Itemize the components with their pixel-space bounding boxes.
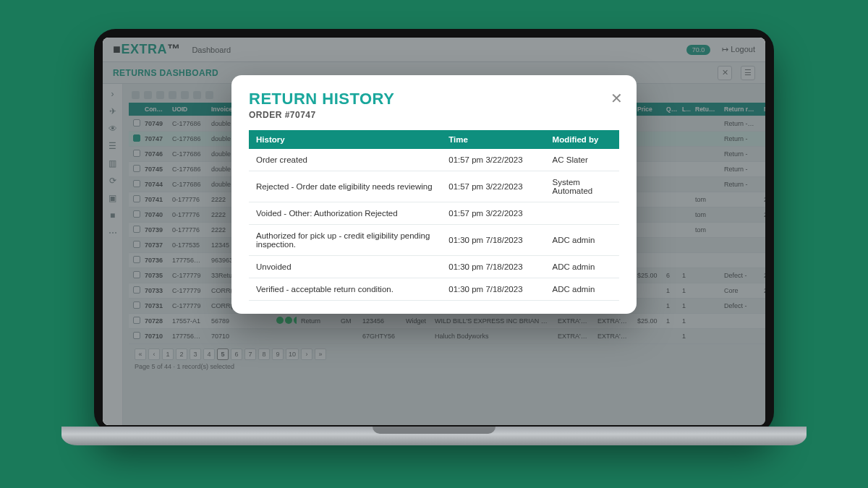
laptop-base	[61, 427, 807, 445]
hist-cell-modified-by: System Automated	[545, 171, 619, 202]
hist-cell-event: Voided - Other: Authorization Rejected	[249, 202, 441, 225]
hist-cell-modified-by: ADC admin	[545, 278, 619, 301]
hist-cell-event: Rejected - Order date eligibility needs …	[249, 171, 441, 202]
history-row: Authorized for pick up - credit eligibil…	[249, 225, 619, 256]
hist-cell-time: 01:30 pm 7/18/2023	[441, 256, 545, 278]
hist-cell-time: 01:30 pm 7/18/2023	[441, 278, 545, 301]
history-row: Voided - Other: Authorization Rejected01…	[249, 202, 619, 225]
hist-cell-event: Verified - acceptable return condition.	[249, 278, 441, 301]
hist-cell-modified-by: ADC admin	[545, 256, 619, 278]
hist-cell-time: 01:57 pm 3/22/2023	[441, 202, 545, 225]
hist-cell-time: 01:57 pm 3/22/2023	[441, 149, 545, 171]
history-row: Order created01:57 pm 3/22/2023AC Slater	[249, 149, 619, 171]
hist-cell-time: 01:57 pm 3/22/2023	[441, 171, 545, 202]
hist-cell-event: Unvoided	[249, 256, 441, 278]
return-history-modal: ✕ RETURN HISTORY ORDER #70747 History Ti…	[231, 75, 637, 314]
hist-cell-time: 01:30 pm 7/18/2023	[441, 225, 545, 256]
hist-cell-modified-by	[545, 202, 619, 225]
hist-col-time: Time	[441, 130, 545, 149]
hist-col-history: History	[249, 130, 441, 149]
history-row: Verified - acceptable return condition.0…	[249, 278, 619, 301]
history-table: History Time Modified by Order created01…	[249, 130, 619, 301]
history-row: Unvoided01:30 pm 7/18/2023ADC admin	[249, 256, 619, 278]
modal-title: RETURN HISTORY	[249, 90, 619, 108]
modal-subtitle: ORDER #70747	[249, 110, 619, 120]
hist-cell-modified-by: AC Slater	[545, 149, 619, 171]
hist-cell-event: Order created	[249, 149, 441, 171]
hist-cell-event: Authorized for pick up - credit eligibil…	[249, 225, 441, 256]
hist-col-modified: Modified by	[545, 130, 619, 149]
hist-cell-modified-by: ADC admin	[545, 225, 619, 256]
modal-close-button[interactable]: ✕	[609, 91, 624, 106]
history-row: Rejected - Order date eligibility needs …	[249, 171, 619, 202]
